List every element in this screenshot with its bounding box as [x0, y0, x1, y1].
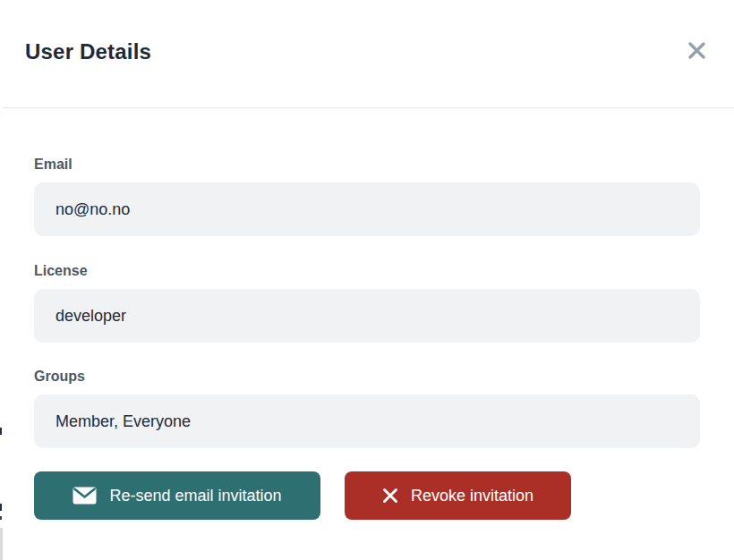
backdrop-fragment: [0, 528, 3, 560]
field-email: Email no@no.no: [34, 157, 700, 236]
groups-field[interactable]: Member, Everyone: [34, 395, 700, 448]
backdrop-fragment: [0, 504, 2, 511]
envelope-icon: [73, 487, 97, 505]
backdrop-page-edge: [0, 0, 3, 560]
close-icon: [687, 40, 707, 64]
user-details-modal: User Details Email no@no.no License deve…: [0, 0, 734, 560]
close-button[interactable]: [684, 39, 709, 64]
backdrop-fragment: [0, 428, 2, 435]
modal-body: Email no@no.no License developer Groups …: [3, 109, 734, 560]
revoke-invitation-label: Revoke invitation: [411, 487, 533, 505]
email-field[interactable]: no@no.no: [34, 182, 700, 236]
x-icon: [382, 488, 398, 504]
email-label: Email: [34, 157, 700, 173]
resend-invitation-button[interactable]: Re-send email invitation: [34, 471, 320, 520]
license-label: License: [34, 263, 700, 279]
groups-label: Groups: [34, 369, 700, 385]
revoke-invitation-button[interactable]: Revoke invitation: [345, 471, 571, 520]
user-details-dialog: User Details Email no@no.no License deve…: [0, 0, 734, 560]
action-buttons: Re-send email invitation Revoke invitati…: [34, 471, 571, 520]
modal-header: User Details: [3, 0, 734, 108]
field-license: License developer: [34, 263, 700, 343]
resend-invitation-label: Re-send email invitation: [109, 487, 281, 505]
license-field[interactable]: developer: [34, 289, 700, 343]
backdrop-fragment: [0, 516, 2, 520]
modal-title: User Details: [25, 39, 151, 64]
field-groups: Groups Member, Everyone: [34, 369, 700, 448]
